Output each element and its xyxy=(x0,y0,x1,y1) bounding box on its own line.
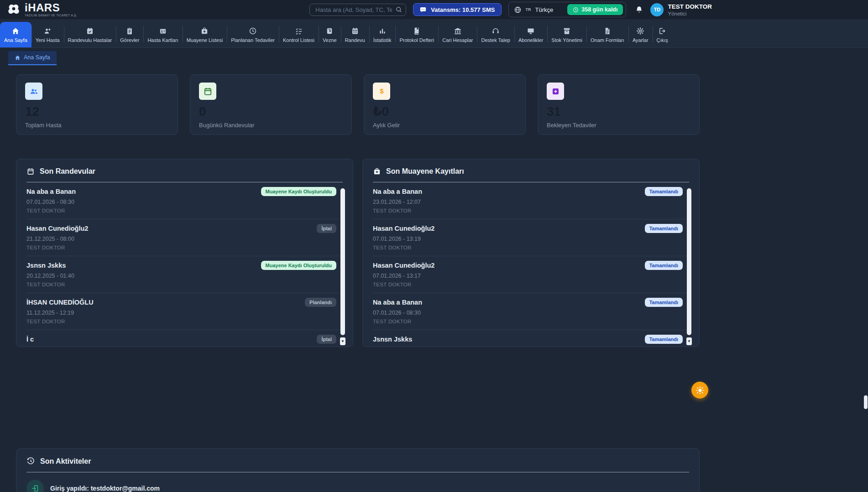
patient-name: Hasan Cunedioğlu2 xyxy=(373,224,689,233)
scrollbar[interactable] xyxy=(340,187,345,345)
nav-item-hasta-kartlari[interactable]: Hasta Kartları xyxy=(143,22,182,47)
medical-bag-icon xyxy=(200,27,209,35)
language-selector[interactable]: TR Türkçe 358 gün kaldı xyxy=(508,2,627,17)
nav-item-label: Randevulu Hastalar xyxy=(68,37,112,43)
theme-toggle-button[interactable] xyxy=(691,382,708,399)
nav-item-istatistik[interactable]: İstatistik xyxy=(369,22,396,47)
bar-chart-icon xyxy=(378,27,387,35)
calendar-icon xyxy=(351,27,359,35)
panels-row: Son Randevular Na aba a Banan07.01.2026 … xyxy=(8,159,707,347)
nav-item-planlanan-tedaviler[interactable]: Planlanan Tedaviler xyxy=(227,22,279,47)
main-content: Ana Sayfa 12Toplam Hasta0Bugünkü Randevu… xyxy=(8,51,707,492)
notifications-bell-icon[interactable] xyxy=(635,5,643,14)
scrollbar-thumb[interactable] xyxy=(687,188,691,335)
nav-item-label: Yeni Hasta xyxy=(36,37,60,43)
nav-item-label: Stok Yönetimi xyxy=(551,37,582,43)
tab-ana-sayfa[interactable]: Ana Sayfa xyxy=(8,51,57,65)
app-subtitle: YAZILIM SANAYİ VE TİCARET A.Ş. xyxy=(25,14,77,17)
cash-register-icon xyxy=(325,27,334,35)
nav-item-label: Cari Hesaplar xyxy=(442,37,473,43)
scroll-down-arrow-icon[interactable] xyxy=(340,337,345,345)
list-item[interactable]: Jsnsn JskksTamamlandı xyxy=(373,330,689,347)
list-item[interactable]: İ cİptal xyxy=(26,330,343,347)
activity-text: Giriş yapıldı: testdoktor@gmail.com xyxy=(50,485,160,492)
nav-item-yeni-hasta[interactable]: Yeni Hasta xyxy=(31,22,64,47)
panel-title: Son Aktiviteler xyxy=(40,457,91,466)
users-icon xyxy=(25,83,42,100)
history-icon xyxy=(26,457,35,466)
user-name: TEST DOKTOR xyxy=(668,3,712,10)
scrollbar-thumb[interactable] xyxy=(340,188,345,335)
list-item[interactable]: Hasan Cunedioğlu207.01.2026 - 13:19TEST … xyxy=(373,219,689,256)
stat-value: 12 xyxy=(25,105,169,119)
list-item[interactable]: Na aba a Banan23.01.2026 - 12:07TEST DOK… xyxy=(373,182,689,219)
stat-label: Bekleyen Tedaviler xyxy=(547,122,690,129)
doctor-name: TEST DOKTOR xyxy=(26,282,343,287)
nav-item-muayene-listesi[interactable]: Muayene Listesi xyxy=(183,22,227,47)
status-badge: Muayene Kaydı Oluşturuldu xyxy=(261,261,336,270)
panel-title: Son Muayene Kayıtları xyxy=(386,167,464,176)
user-menu[interactable]: TD TEST DOKTOR Yönetici xyxy=(650,3,713,16)
record-datetime: 07.01.2026 - 13:19 xyxy=(373,236,689,242)
nav-item-label: Destek Talep xyxy=(481,37,510,43)
nav-item-randevu[interactable]: Randevu xyxy=(341,22,369,47)
nav-item-protokol-defteri[interactable]: Protokol Defteri xyxy=(395,22,438,47)
status-badge: Planlandı xyxy=(305,298,336,307)
calendar-check-icon xyxy=(86,27,94,35)
nav-item-kontrol-listesi[interactable]: Kontrol Listesi xyxy=(279,22,319,47)
nav-item-label: Ana Sayfa xyxy=(4,37,27,43)
login-icon xyxy=(26,480,44,492)
list-item[interactable]: Na aba a Banan07.01.2026 - 08:30TEST DOK… xyxy=(26,182,343,219)
app-logo[interactable]: iHARS YAZILIM SANAYİ VE TİCARET A.Ş. xyxy=(6,2,77,17)
sun-icon xyxy=(695,386,705,395)
scrollbar[interactable] xyxy=(686,187,692,345)
nav-item-destek-talep[interactable]: Destek Talep xyxy=(477,22,514,47)
list-item[interactable]: Hasan Cunedioğlu221.12.2025 - 08:00TEST … xyxy=(26,219,343,256)
nav-item-vezne[interactable]: Vezne xyxy=(319,22,341,47)
patient-name: Na aba a Banan xyxy=(373,298,689,306)
app-title: iHARS xyxy=(25,3,77,13)
search-icon[interactable] xyxy=(395,6,403,13)
list-item[interactable]: Jsnsn Jskks20.12.2025 - 01:40TEST DOKTOR… xyxy=(26,256,343,293)
record-datetime: 21.12.2025 - 08:00 xyxy=(26,236,343,242)
top-bar: iHARS YAZILIM SANAYİ VE TİCARET A.Ş. Vat… xyxy=(0,0,868,19)
nav-item-cikis[interactable]: Çıkış xyxy=(653,22,672,47)
book-icon xyxy=(413,27,421,35)
calendar-icon xyxy=(26,167,35,176)
nav-item-stok-yonetimi[interactable]: Stok Yönetimi xyxy=(547,22,586,47)
scroll-down-arrow-icon[interactable] xyxy=(686,337,692,345)
globe-icon xyxy=(514,6,522,14)
nav-item-gorevler[interactable]: Görevler xyxy=(116,22,143,47)
stat-label: Aylık Gelir xyxy=(373,122,517,129)
list-item[interactable]: Hasan Cunedioğlu207.01.2026 - 13:17TEST … xyxy=(373,256,689,293)
search-input[interactable] xyxy=(309,4,406,16)
gear-icon xyxy=(636,27,644,35)
user-plus-icon xyxy=(43,27,52,35)
doctor-name: TEST DOKTOR xyxy=(373,282,689,287)
tabs-row: Ana Sayfa xyxy=(8,51,707,65)
panel-header: Son Muayene Kayıtları xyxy=(373,167,689,176)
list-item[interactable]: İHSAN CUNEDİOĞLU11.12.2025 - 12:19TEST D… xyxy=(26,293,343,330)
panel-title: Son Randevular xyxy=(40,167,95,176)
nav-item-randevulu-hastalar[interactable]: Randevulu Hastalar xyxy=(64,22,116,47)
nav-item-cari-hesaplar[interactable]: Cari Hesaplar xyxy=(438,22,477,47)
nav-item-abonelikler[interactable]: Abonelikler xyxy=(514,22,547,47)
doctor-name: TEST DOKTOR xyxy=(373,245,689,250)
language-label: Türkçe xyxy=(535,6,554,13)
nav-item-onam-formlari[interactable]: Onam Formları xyxy=(586,22,628,47)
nav-item-ana-sayfa[interactable]: Ana Sayfa xyxy=(0,22,31,47)
nav-item-label: Çıkış xyxy=(657,37,668,43)
list-item[interactable]: Na aba a Banan07.01.2026 - 08:30TEST DOK… xyxy=(373,293,689,330)
patient-name: İ c xyxy=(26,335,343,343)
plus-square-icon xyxy=(547,83,564,100)
stat-card-bugunku-randevular: 0Bugünkü Randevular xyxy=(190,74,352,135)
page-scrollbar-thumb[interactable] xyxy=(864,395,868,409)
doctor-name: TEST DOKTOR xyxy=(373,208,689,213)
sms-credit-badge[interactable]: Vatansms: 10.577 SMS xyxy=(413,3,501,16)
stat-value: 0 xyxy=(199,105,343,119)
panel-son-muayene-kayitlari: Son Muayene Kayıtları Na aba a Banan23.0… xyxy=(362,159,700,347)
nav-item-label: Vezne xyxy=(323,37,337,43)
nav-item-ayarlar[interactable]: Ayarlar xyxy=(628,22,653,47)
nav-item-label: Protokol Defteri xyxy=(399,37,434,43)
patient-name: Na aba a Banan xyxy=(373,187,689,196)
